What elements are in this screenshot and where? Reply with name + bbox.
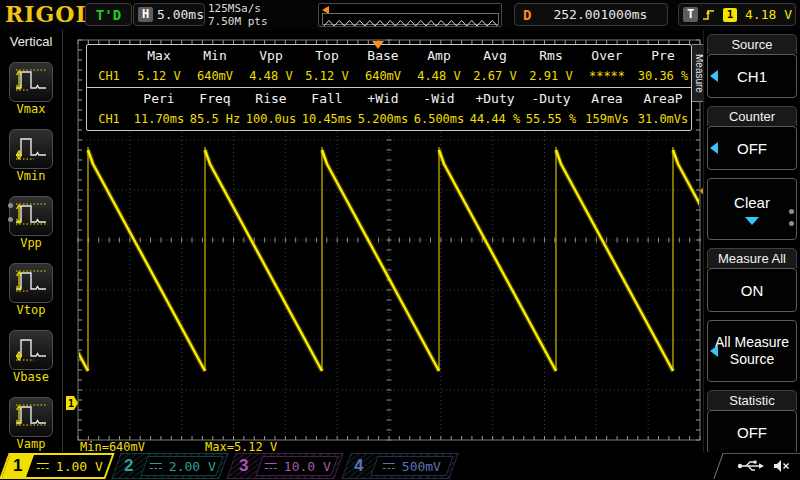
channel-number: 3 bbox=[239, 456, 248, 476]
channel-number: 4 bbox=[354, 456, 363, 476]
measure-cell: Avg bbox=[467, 48, 523, 63]
measure-cell: 6.500ms bbox=[411, 112, 467, 126]
measure-cell: Fall bbox=[299, 91, 355, 106]
trigger-source-icon: 1 bbox=[723, 8, 737, 22]
measure-cell: Rms bbox=[523, 48, 579, 63]
measure-cell: 85.5 Hz bbox=[187, 112, 243, 126]
softkey-statistic[interactable]: Statistic OFF bbox=[707, 390, 797, 454]
measure-cell: Pre bbox=[635, 48, 691, 63]
measure-cell: Rise bbox=[243, 91, 299, 106]
measure-softkey-menu: Source CH1Counter OFFClear Measure All O… bbox=[703, 30, 800, 452]
measure-header-row: PeriFreqRiseFall+Wid-Wid+Duty-DutyAreaAr… bbox=[87, 88, 691, 109]
channel-1-chip[interactable]: 1 1.00 V bbox=[0, 453, 115, 479]
vmax-icon bbox=[14, 65, 48, 99]
measure-cell: 44.44 % bbox=[467, 112, 523, 126]
measure-cell: Amp bbox=[411, 48, 467, 63]
horizontal-timebase-badge[interactable]: H 5.00ms bbox=[133, 3, 205, 26]
vmin-icon bbox=[14, 132, 48, 166]
top-status-bar: RIGOL T'D H 5.00ms 125MSa/s 7.50M pts D … bbox=[0, 0, 800, 30]
right-menu-page-dot bbox=[789, 221, 794, 226]
channel-2-chip[interactable]: 2 2.00 V bbox=[111, 453, 228, 479]
softkey-value: OFF bbox=[737, 424, 767, 441]
measure-cell: 4.48 V bbox=[411, 69, 467, 83]
measure-cell: 159mVs bbox=[579, 112, 635, 126]
delay-badge[interactable]: D 252.001000ms bbox=[514, 3, 668, 26]
measure-value-row: CH111.70ms85.5 Hz100.0us10.45ms5.200ms6.… bbox=[87, 109, 691, 130]
softkey-value: OFF bbox=[737, 140, 767, 157]
softkey-label: Clear bbox=[734, 194, 770, 211]
measure-cell: Min bbox=[187, 48, 243, 63]
sample-rate: 125MSa/s bbox=[208, 2, 268, 15]
channel-3-chip[interactable]: 3 10.0 V bbox=[226, 453, 343, 479]
measure-cell: 30.36 % bbox=[635, 69, 691, 83]
measure-cell: +Wid bbox=[355, 91, 411, 106]
channel-number: 1 bbox=[13, 456, 22, 476]
measure-cell: -Duty bbox=[523, 91, 579, 106]
menu-expand-left-icon bbox=[710, 70, 718, 82]
measure-cell: 640mV bbox=[187, 69, 243, 83]
trigger-level-value: 4.18 V bbox=[745, 7, 792, 22]
d-key-icon: D bbox=[523, 7, 531, 23]
measure-cell: 4.48 V bbox=[243, 69, 299, 83]
t-key-icon: T bbox=[683, 7, 698, 22]
vtop-icon bbox=[14, 266, 48, 300]
dc-coupling-icon bbox=[149, 462, 163, 471]
measure-item-label: Vamp bbox=[0, 437, 62, 451]
softkey-value: ON bbox=[741, 282, 764, 299]
vamp-icon bbox=[14, 400, 48, 434]
softkey-measure-all[interactable]: Measure All ON bbox=[707, 248, 797, 312]
softkey-counter[interactable]: Counter OFF bbox=[707, 106, 797, 170]
menu-expand-left-icon bbox=[710, 345, 718, 357]
measure-item-label: Vbase bbox=[0, 370, 62, 384]
usb-icon bbox=[737, 460, 765, 472]
measure-item-vamp[interactable]: Vamp bbox=[0, 397, 62, 451]
menu-expand-left-icon bbox=[710, 142, 718, 154]
measure-item-label: Vtop bbox=[0, 303, 62, 317]
measure-cell: 640mV bbox=[355, 69, 411, 83]
measure-cell: +Duty bbox=[467, 91, 523, 106]
measure-cell: 2.91 V bbox=[523, 69, 579, 83]
waveform-preview-bar[interactable] bbox=[318, 3, 502, 27]
measure-item-vbase[interactable]: Vbase bbox=[0, 330, 62, 384]
measure-cell: 10.45ms bbox=[299, 112, 355, 126]
measure-cell: 5.12 V bbox=[299, 69, 355, 83]
left-menu-page-dot bbox=[8, 217, 13, 222]
measure-cell: Freq bbox=[187, 91, 243, 106]
measure-value-row: CH15.12 V640mV4.48 V5.12 V640mV4.48 V2.6… bbox=[87, 66, 691, 87]
trigger-badge[interactable]: T 1 4.18 V bbox=[678, 3, 796, 26]
measure-cell: Area bbox=[579, 91, 635, 106]
softkey-title: Statistic bbox=[707, 390, 797, 410]
softkey-clear[interactable]: Clear bbox=[707, 178, 797, 240]
measure-item-vmin[interactable]: Vmin bbox=[0, 129, 62, 183]
channel-scale: 500mV bbox=[402, 459, 441, 474]
svg-text:1: 1 bbox=[68, 398, 74, 409]
trigger-position-marker[interactable] bbox=[372, 41, 384, 49]
measure-cell: Base bbox=[355, 48, 411, 63]
measure-cell: ***** bbox=[579, 69, 635, 83]
right-menu-page-dot bbox=[789, 209, 794, 214]
softkey-value: CH1 bbox=[737, 68, 767, 85]
delay-value: 252.001000ms bbox=[553, 7, 647, 22]
h-key-icon: H bbox=[138, 7, 153, 22]
measure-cell: 2.67 V bbox=[467, 69, 523, 83]
preview-waveform bbox=[323, 17, 499, 29]
measure-cell: Vpp bbox=[243, 48, 299, 63]
softkey-source[interactable]: Source CH1 bbox=[707, 34, 797, 98]
measure-cell: CH1 bbox=[87, 69, 131, 83]
softkey-title: Source bbox=[707, 34, 797, 54]
measure-cell: Peri bbox=[131, 91, 187, 106]
measure-cell: AreaP bbox=[635, 91, 691, 106]
measure-cell: -Wid bbox=[411, 91, 467, 106]
speaker-muted-icon bbox=[773, 459, 790, 473]
measure-table: MaxMinVppTopBaseAmpAvgRmsOverPreCH15.12 … bbox=[86, 44, 692, 131]
vertical-measure-menu: Vertical Vmax Vmin Vpp Vtop Vbase bbox=[0, 30, 63, 452]
measure-item-vmax[interactable]: Vmax bbox=[0, 62, 62, 116]
measure-item-vtop[interactable]: Vtop bbox=[0, 263, 62, 317]
channel1-ground-marker[interactable]: 1 bbox=[66, 396, 78, 410]
measure-cell: Top bbox=[299, 48, 355, 63]
channel-scale: 10.0 V bbox=[284, 459, 331, 474]
softkey-all-measure-source[interactable]: All MeasureSource bbox=[707, 320, 797, 382]
left-menu-title: Vertical bbox=[0, 34, 62, 49]
measure-cell: Max bbox=[131, 48, 187, 63]
channel-4-chip[interactable]: 4 500mV bbox=[341, 453, 458, 479]
